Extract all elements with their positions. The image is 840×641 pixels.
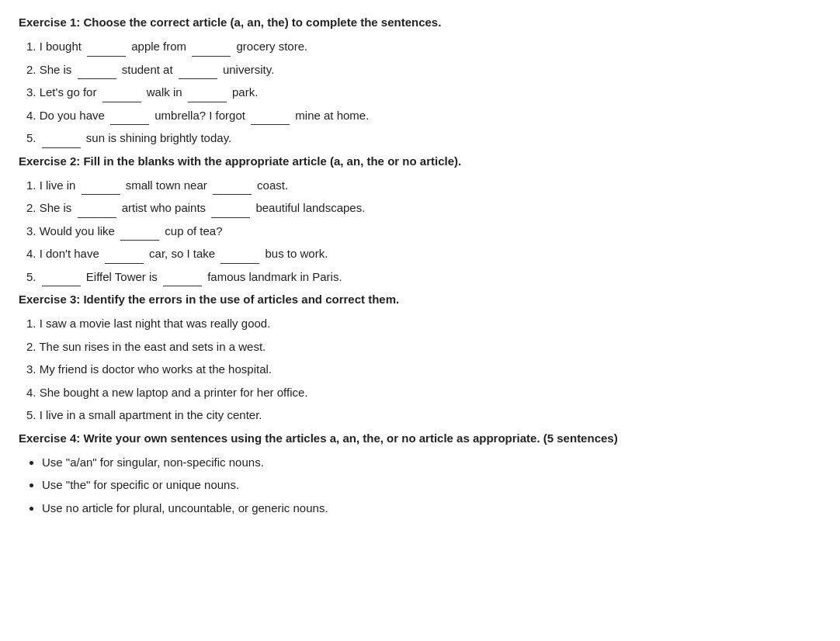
exercise-3-list: 1. I saw a movie last night that was rea… [19, 314, 821, 425]
list-item: 3. Let's go for walk in park. [26, 82, 821, 102]
blank [163, 286, 202, 286]
blank [179, 78, 217, 79]
list-item: Use "the" for specific or unique nouns. [42, 475, 821, 495]
list-item: 1. I saw a movie last night that was rea… [26, 314, 821, 334]
list-item: 4. Do you have umbrella? I forgot mine a… [26, 106, 821, 126]
blank [192, 56, 231, 57]
list-item: 1. I live in small town near coast. [26, 175, 821, 196]
blank [42, 147, 81, 148]
list-item: Use no article for plural, uncountable, … [42, 498, 821, 518]
list-item: 5. sun is shining brightly today. [26, 128, 821, 148]
exercise-2-title: Exercise 2: Fill in the blanks with the … [19, 154, 821, 168]
list-item: 2. She is student at university. [26, 60, 821, 80]
exercise-1-title: Exercise 1: Choose the correct article (… [19, 16, 821, 29]
blank [87, 56, 126, 57]
blank [105, 263, 144, 264]
blank [102, 102, 141, 102]
list-item: 5. Eiffel Tower is famous landmark in Pa… [26, 267, 821, 287]
list-item: 4. I don't have car, so I take bus to wo… [26, 244, 821, 264]
blank [78, 217, 116, 218]
list-item: Use "a/an" for singular, non-specific no… [42, 452, 821, 473]
blank [42, 286, 81, 286]
exercise-2-list: 1. I live in small town near coast. 2. S… [19, 175, 821, 287]
list-item: 1. I bought apple from grocery store. [26, 36, 821, 57]
exercise-1-list: 1. I bought apple from grocery store. 2.… [19, 36, 821, 148]
list-item: 4. She bought a new laptop and a printer… [26, 383, 821, 403]
blank [82, 194, 120, 195]
exercise-1: Exercise 1: Choose the correct article (… [19, 16, 821, 148]
blank [220, 263, 259, 264]
exercise-4-title: Exercise 4: Write your own sentences usi… [19, 431, 821, 445]
list-item: 2. The sun rises in the east and sets in… [26, 337, 821, 357]
exercise-3-title: Exercise 3: Identify the errors in the u… [19, 293, 821, 306]
list-item: 5. I live in a small apartment in the ci… [26, 405, 821, 425]
list-item: 3. Would you like cup of tea? [26, 221, 821, 241]
blank [120, 240, 159, 241]
blank [78, 78, 116, 79]
exercise-2: Exercise 2: Fill in the blanks with the … [19, 154, 821, 287]
exercise-3: Exercise 3: Identify the errors in the u… [19, 293, 821, 425]
exercise-4: Exercise 4: Write your own sentences usi… [19, 431, 821, 518]
exercise-4-bullets: Use "a/an" for singular, non-specific no… [19, 452, 821, 518]
list-item: 2. She is artist who paints beautiful la… [26, 198, 821, 218]
list-item: 3. My friend is doctor who works at the … [26, 359, 821, 379]
blank [251, 124, 290, 125]
blank [188, 102, 227, 102]
blank [211, 217, 250, 218]
blank [110, 124, 149, 125]
blank [213, 194, 252, 195]
